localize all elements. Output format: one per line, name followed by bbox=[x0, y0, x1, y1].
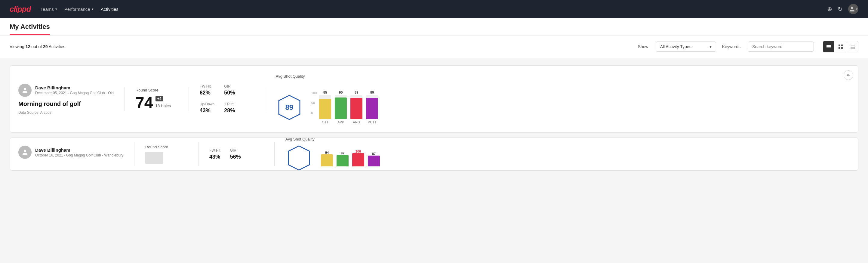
bars-container: 85 OTT 90 bbox=[319, 91, 378, 124]
svg-rect-5 bbox=[839, 47, 840, 49]
navigation: clippd Teams ▾ Performance ▾ Activities … bbox=[0, 0, 868, 18]
viewing-count-text: Viewing 12 out of 29 Activities bbox=[10, 44, 632, 49]
svg-rect-10 bbox=[850, 48, 855, 49]
hexagon bbox=[285, 144, 312, 171]
logo[interactable]: clippd bbox=[10, 4, 31, 14]
bar-chart-inner: 100 50 0 85 OTT bbox=[311, 91, 378, 124]
y-axis: 100 50 0 bbox=[311, 91, 317, 115]
avatar[interactable]: ▾ bbox=[848, 4, 858, 14]
activity-info: Dave Billingham December 05, 2021 · Gog … bbox=[18, 84, 114, 115]
fw-hit-stat: FW Hit 62% bbox=[200, 84, 214, 96]
toolbar: Viewing 12 out of 29 Activities Show: Al… bbox=[0, 35, 868, 58]
gir-label: GIR bbox=[230, 148, 241, 152]
stat-col-right: GIR 56% bbox=[230, 148, 241, 160]
svg-rect-2 bbox=[827, 48, 831, 48]
fw-hit-value: 62% bbox=[200, 90, 214, 96]
chevron-down-icon: ▾ bbox=[710, 44, 712, 49]
activity-card: ✏ Dave Billingham December 05, 2021 · Go… bbox=[10, 65, 858, 133]
score-section: Round Score 74 +4 18 Holes bbox=[136, 88, 178, 111]
separator bbox=[134, 142, 134, 166]
one-putt-stat: 1 Putt 28% bbox=[224, 102, 235, 114]
gir-label: GIR bbox=[224, 84, 235, 88]
activity-type-select[interactable]: All Activity Types ▾ bbox=[656, 41, 716, 52]
bar-fill-putt bbox=[366, 98, 378, 119]
nav-item-teams[interactable]: Teams ▾ bbox=[40, 4, 57, 14]
view-buttons bbox=[823, 41, 858, 52]
user-name: Dave Billingham bbox=[35, 85, 114, 90]
one-putt-label: 1 Putt bbox=[224, 102, 235, 106]
score-badge: +4 bbox=[155, 96, 163, 101]
bar-track-arg bbox=[350, 95, 363, 119]
bar-track-app bbox=[335, 95, 347, 119]
bar-track-ott bbox=[319, 95, 331, 119]
user-date: December 05, 2021 · Gog Magog Golf Club … bbox=[35, 91, 114, 95]
fw-hit-value: 43% bbox=[209, 154, 220, 160]
svg-rect-1 bbox=[827, 46, 831, 47]
score-placeholder bbox=[145, 152, 163, 164]
show-label: Show: bbox=[638, 44, 650, 49]
avg-shot-quality-section: Avg Shot Quality 94 92 bbox=[285, 138, 850, 171]
nav-item-performance[interactable]: Performance ▾ bbox=[64, 4, 94, 14]
list-wide-view-button[interactable] bbox=[847, 41, 858, 52]
svg-rect-4 bbox=[841, 45, 843, 46]
search-input[interactable] bbox=[748, 41, 814, 52]
chevron-down-icon: ▾ bbox=[55, 7, 57, 11]
user-row: Dave Billingham October 16, 2021 · Gog M… bbox=[18, 146, 123, 159]
bar-col-putt: 89 PUTT bbox=[366, 91, 378, 124]
svg-rect-8 bbox=[850, 46, 855, 47]
score-section: Round Score bbox=[145, 145, 187, 164]
hexagon: 89 bbox=[276, 94, 303, 121]
bar-col-app: 90 APP bbox=[335, 91, 347, 124]
svg-rect-9 bbox=[850, 47, 855, 48]
shot-quality-content: 94 92 106 87 bbox=[285, 144, 850, 171]
stats-section: FW Hit 62% Up/Down 43% GIR 50% 1 Putt 28… bbox=[200, 84, 254, 114]
svg-rect-3 bbox=[839, 45, 840, 46]
stat-col-left: FW Hit 43% bbox=[209, 148, 220, 160]
separator bbox=[265, 87, 265, 111]
list-compact-view-button[interactable] bbox=[823, 41, 834, 52]
user-info: Dave Billingham October 16, 2021 · Gog M… bbox=[35, 147, 123, 157]
svg-rect-6 bbox=[841, 47, 843, 49]
bar-col-ott: 85 OTT bbox=[319, 91, 331, 124]
chevron-down-icon: ▾ bbox=[92, 7, 94, 11]
fw-hit-label: FW Hit bbox=[209, 148, 220, 152]
nav-right: ⊕ ↻ ▾ bbox=[827, 4, 858, 14]
bar-fill-ott bbox=[319, 99, 331, 119]
updown-stat: Up/Down 43% bbox=[200, 102, 214, 114]
svg-rect-7 bbox=[850, 45, 855, 46]
grid-view-button[interactable] bbox=[835, 41, 846, 52]
avatar bbox=[18, 84, 32, 97]
nav-items: Teams ▾ Performance ▾ Activities bbox=[40, 4, 817, 14]
updown-label: Up/Down bbox=[200, 102, 214, 106]
bar-fill-arg bbox=[350, 98, 363, 119]
avatar bbox=[18, 146, 32, 159]
refresh-icon[interactable]: ↻ bbox=[838, 5, 843, 12]
score-label: Round Score bbox=[145, 145, 187, 149]
add-icon[interactable]: ⊕ bbox=[827, 5, 832, 12]
gir-value: 56% bbox=[230, 154, 241, 160]
data-source: Data Source: Arccos bbox=[18, 111, 114, 115]
bar-col-arg: 89 ARG bbox=[350, 91, 363, 124]
shot-quality-content: 89 100 50 0 bbox=[276, 91, 850, 124]
page-title: My Activities bbox=[10, 23, 50, 35]
user-row: Dave Billingham December 05, 2021 · Gog … bbox=[18, 84, 114, 97]
user-name: Dave Billingham bbox=[35, 147, 123, 152]
activity-title: Morning round of golf bbox=[18, 100, 114, 108]
page-header: My Activities bbox=[0, 18, 868, 35]
score-value-row: 74 +4 18 Holes bbox=[136, 95, 178, 111]
bar-track-putt bbox=[366, 95, 378, 119]
stat-col-right: GIR 50% 1 Putt 28% bbox=[224, 84, 235, 114]
updown-value: 43% bbox=[200, 108, 214, 114]
score-value: 74 bbox=[136, 95, 153, 111]
activities-list: ✏ Dave Billingham December 05, 2021 · Go… bbox=[0, 58, 868, 178]
svg-rect-0 bbox=[827, 45, 831, 46]
svg-marker-12 bbox=[288, 146, 309, 170]
separator bbox=[198, 142, 198, 166]
nav-item-activities[interactable]: Activities bbox=[101, 4, 119, 14]
hexagon-value: 89 bbox=[285, 103, 293, 112]
bar-fill-app bbox=[335, 97, 347, 119]
separator bbox=[274, 142, 275, 166]
gir-value: 50% bbox=[224, 90, 235, 96]
separator bbox=[189, 87, 189, 111]
fw-hit-stat: FW Hit 43% bbox=[209, 148, 220, 160]
